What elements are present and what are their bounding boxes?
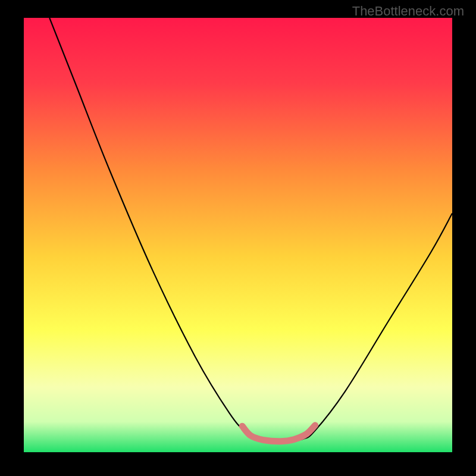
chart-svg [24, 18, 452, 452]
gradient-background [24, 18, 452, 452]
chart-container: TheBottleneck.com [0, 0, 476, 476]
plot-area [24, 18, 452, 452]
watermark-text: TheBottleneck.com [352, 4, 464, 19]
